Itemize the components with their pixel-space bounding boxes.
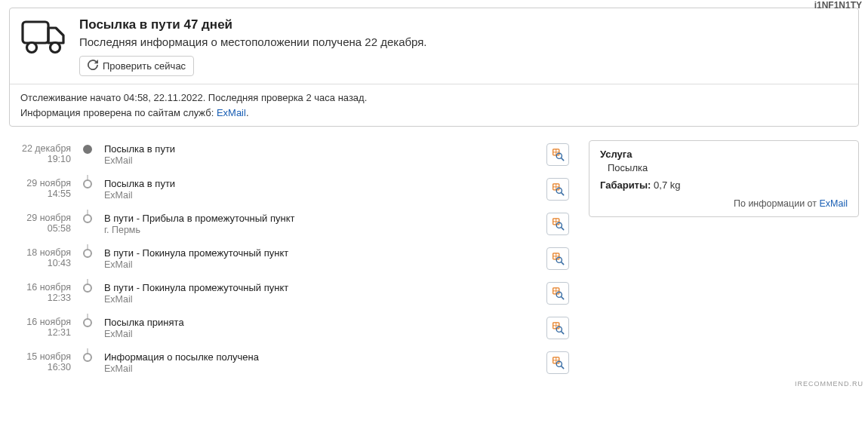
event-carrier: ExMail bbox=[104, 294, 288, 305]
event-datetime: 29 ноября14:55 bbox=[9, 175, 78, 199]
timeline-marker bbox=[78, 348, 97, 362]
timeline-marker bbox=[78, 279, 97, 293]
refresh-button[interactable]: Проверить сейчас bbox=[79, 56, 194, 76]
event-datetime: 15 ноября16:30 bbox=[9, 348, 78, 372]
event-carrier: г. Пермь bbox=[104, 225, 294, 235]
timeline-dot-icon bbox=[83, 179, 92, 188]
event-body[interactable]: В пути - Прибыла в промежуточный пунктг.… bbox=[97, 210, 575, 238]
timeline-marker bbox=[78, 140, 97, 154]
refresh-label: Проверить сейчас bbox=[103, 60, 186, 72]
svg-line-11 bbox=[562, 228, 564, 230]
event-status: Посылка в пути bbox=[104, 143, 175, 155]
service-value: Посылка bbox=[608, 162, 848, 173]
timeline-event: 22 декабря19:10Посылка в путиExMail bbox=[9, 140, 575, 175]
event-body[interactable]: Посылка в путиExMail bbox=[97, 175, 575, 204]
svg-line-14 bbox=[562, 262, 564, 265]
event-body[interactable]: В пути - Покинула промежуточный пунктExM… bbox=[97, 279, 575, 308]
svg-line-17 bbox=[562, 297, 564, 299]
inspect-button[interactable] bbox=[546, 247, 569, 270]
svg-line-23 bbox=[562, 366, 564, 369]
timeline-event: 18 ноября10:43В пути - Покинула промежут… bbox=[9, 244, 575, 279]
svg-line-8 bbox=[562, 193, 564, 195]
info-source-prefix: По информации от bbox=[734, 198, 820, 209]
event-carrier: ExMail bbox=[104, 190, 175, 201]
inspect-button[interactable] bbox=[546, 143, 569, 166]
event-status: Информация о посылке получена bbox=[104, 351, 259, 363]
package-details: Услуга Посылка Габариты: 0,7 kg По инфор… bbox=[589, 140, 859, 217]
status-subtitle: Последняя информация о местоположении по… bbox=[79, 35, 848, 48]
timeline-marker bbox=[78, 210, 97, 223]
timeline-event: 16 ноября12:33В пути - Покинула промежут… bbox=[9, 279, 575, 314]
event-status: В пути - Покинула промежуточный пункт bbox=[104, 247, 288, 259]
watermark-bottom: IRECOMMEND.RU bbox=[795, 380, 863, 388]
svg-line-20 bbox=[562, 332, 564, 334]
event-timeline: 22 декабря19:10Посылка в путиExMail29 но… bbox=[9, 140, 575, 383]
timeline-marker bbox=[78, 314, 97, 327]
timeline-event: 29 ноября14:55Посылка в путиExMail bbox=[9, 175, 575, 210]
service-label: Услуга bbox=[600, 149, 848, 160]
timeline-dot-icon bbox=[83, 283, 92, 293]
timeline-event: 15 ноября16:30Информация о посылке получ… bbox=[9, 348, 575, 383]
event-status: Посылка принята bbox=[104, 317, 184, 328]
event-body[interactable]: Посылка принятаExMail bbox=[97, 314, 575, 342]
event-body[interactable]: Информация о посылке полученаExMail bbox=[97, 348, 575, 377]
inspect-button[interactable] bbox=[546, 282, 569, 305]
timeline-dot-icon bbox=[83, 145, 92, 154]
event-carrier: ExMail bbox=[104, 155, 175, 166]
event-datetime: 22 декабря19:10 bbox=[9, 140, 78, 164]
timeline-dot-icon bbox=[83, 353, 92, 362]
refresh-icon bbox=[88, 60, 98, 72]
timeline-event: 29 ноября05:58В пути - Прибыла в промежу… bbox=[9, 210, 575, 244]
event-body[interactable]: В пути - Покинула промежуточный пунктExM… bbox=[97, 244, 575, 273]
inspect-button[interactable] bbox=[546, 213, 569, 235]
status-panel: Посылка в пути 47 дней Последняя информа… bbox=[9, 8, 859, 127]
event-status: Посылка в пути bbox=[104, 178, 175, 189]
timeline-marker bbox=[78, 244, 97, 258]
timeline-dot-icon bbox=[83, 214, 92, 223]
svg-rect-0 bbox=[23, 22, 48, 43]
event-carrier: ExMail bbox=[104, 329, 184, 339]
svg-point-1 bbox=[27, 43, 37, 53]
event-carrier: ExMail bbox=[104, 363, 259, 374]
event-status: В пути - Прибыла в промежуточный пункт bbox=[104, 213, 294, 224]
carrier-link[interactable]: ExMail bbox=[217, 107, 246, 118]
inspect-button[interactable] bbox=[546, 351, 569, 374]
watermark-top: i1NF1N1TY bbox=[814, 0, 862, 11]
event-datetime: 16 ноября12:33 bbox=[9, 279, 78, 303]
event-datetime: 18 ноября10:43 bbox=[9, 244, 78, 268]
event-carrier: ExMail bbox=[104, 259, 288, 270]
timeline-dot-icon bbox=[83, 318, 92, 327]
dimensions-label: Габариты: bbox=[600, 179, 651, 191]
info-source-link[interactable]: ExMail bbox=[819, 198, 848, 209]
event-datetime: 16 ноября12:31 bbox=[9, 314, 78, 338]
timeline-marker bbox=[78, 175, 97, 188]
tracking-started: Отслеживание начато 04:58, 22.11.2022. П… bbox=[20, 90, 848, 106]
truck-icon bbox=[20, 17, 67, 55]
svg-point-2 bbox=[51, 43, 60, 53]
tracking-info: Отслеживание начато 04:58, 22.11.2022. П… bbox=[10, 84, 858, 126]
tracking-sources: Информация проверена по сайтам служб: Ex… bbox=[20, 106, 848, 121]
event-body[interactable]: Посылка в путиExMail bbox=[97, 140, 575, 169]
svg-line-5 bbox=[562, 158, 564, 161]
event-status: В пути - Покинула промежуточный пункт bbox=[104, 282, 288, 293]
timeline-dot-icon bbox=[83, 249, 92, 258]
event-datetime: 29 ноября05:58 bbox=[9, 210, 78, 234]
status-title: Посылка в пути 47 дней bbox=[79, 17, 848, 32]
timeline-event: 16 ноября12:31Посылка принятаExMail bbox=[9, 314, 575, 348]
inspect-button[interactable] bbox=[546, 317, 569, 339]
inspect-button[interactable] bbox=[546, 178, 569, 201]
